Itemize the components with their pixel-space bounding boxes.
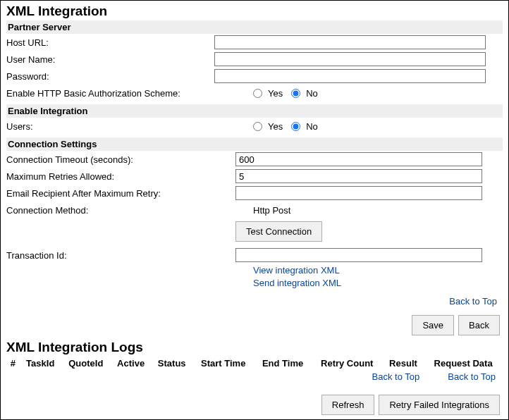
user-name-label: User Name:	[6, 54, 214, 65]
back-button[interactable]: Back	[458, 315, 500, 335]
users-no-label: No	[306, 121, 318, 132]
section-partner-server: Partner Server	[6, 20, 503, 34]
timeout-label: Connection Timeout (seconds):	[6, 154, 214, 165]
users-label: Users:	[6, 121, 214, 132]
col-status: Status	[151, 357, 192, 370]
auth-yes-radio[interactable]	[253, 89, 262, 98]
email-input[interactable]	[235, 186, 482, 200]
back-to-top-link-3[interactable]: Back to Top	[448, 371, 496, 382]
method-value: Http Post	[214, 205, 290, 216]
section-connection-settings: Connection Settings	[6, 137, 503, 151]
col-requestdata: Request Data	[424, 357, 503, 370]
auth-no-radio[interactable]	[291, 89, 300, 98]
send-xml-link[interactable]: Send integration XML	[253, 278, 341, 288]
password-input[interactable]	[214, 69, 486, 83]
user-name-input[interactable]	[214, 52, 486, 66]
host-url-label: Host URL:	[6, 37, 214, 48]
users-yes-radio[interactable]	[253, 122, 262, 131]
col-result: Result	[383, 357, 424, 370]
section-enable-integration: Enable Integration	[6, 104, 503, 118]
col-quoteid: QuoteId	[61, 357, 111, 370]
col-num: #	[6, 357, 20, 370]
users-no-radio[interactable]	[291, 122, 300, 131]
host-url-input[interactable]	[214, 35, 486, 49]
col-retrycount: Retry Count	[312, 357, 383, 370]
auth-no-label: No	[306, 88, 318, 99]
refresh-button[interactable]: Refresh	[321, 395, 375, 415]
back-to-top-link-2[interactable]: Back to Top	[372, 371, 420, 382]
retry-failed-button[interactable]: Retry Failed Integrations	[379, 395, 500, 415]
txn-id-input[interactable]	[235, 248, 482, 262]
col-endtime: End Time	[254, 357, 311, 370]
retries-label: Maximum Retries Allowed:	[6, 171, 214, 182]
email-label: Email Recipient After Maximum Retry:	[6, 188, 214, 199]
method-label: Connection Method:	[6, 205, 214, 216]
logs-table: # TaskId QuoteId Active Status Start Tim…	[6, 357, 503, 370]
col-taskid: TaskId	[20, 357, 61, 370]
timeout-input[interactable]	[235, 152, 482, 166]
col-starttime: Start Time	[192, 357, 254, 370]
page-title: XML Integration	[6, 4, 503, 19]
save-button[interactable]: Save	[412, 315, 454, 335]
auth-yes-label: Yes	[268, 88, 283, 99]
logs-title: XML Integration Logs	[6, 340, 503, 355]
retries-input[interactable]	[235, 169, 482, 183]
users-yes-label: Yes	[268, 121, 283, 132]
view-xml-link[interactable]: View integration XML	[253, 265, 340, 276]
col-active: Active	[111, 357, 152, 370]
password-label: Password:	[6, 71, 214, 82]
test-connection-button[interactable]: Test Connection	[235, 221, 322, 242]
back-to-top-link-1[interactable]: Back to Top	[449, 296, 497, 307]
auth-scheme-label: Enable HTTP Basic Authorization Scheme:	[6, 88, 214, 99]
txn-id-label: Transaction Id:	[6, 250, 214, 261]
